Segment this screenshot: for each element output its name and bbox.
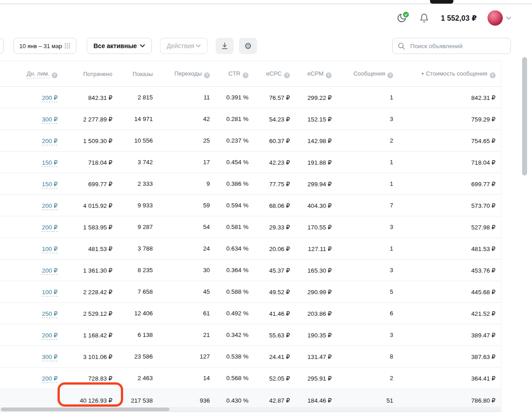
cell-messages: 1 <box>337 173 399 195</box>
cell-ctr: 0.386 % <box>215 173 254 195</box>
cell-impressions: 2 463 <box>118 368 158 389</box>
screen: 1 552,03 ₽ 10 янв – 31 мар Все активн <box>0 0 532 417</box>
avatar[interactable] <box>488 10 503 26</box>
bell-icon <box>419 13 429 23</box>
cell-impressions: 23 586 <box>118 346 158 368</box>
cell-spent: 1 509.30 ₽ <box>63 130 118 152</box>
table-row[interactable]: 200 ₽4 015.92 ₽9 933590.594 %68.06 ₽404.… <box>0 195 501 216</box>
table-row[interactable]: 200 ₽1 583.95 ₽9 287540.581 %29.33 ₽170.… <box>0 216 501 238</box>
cell-clicks: 17 <box>158 152 215 173</box>
cell-spent: 1 168.42 ₽ <box>63 324 118 346</box>
search-field[interactable] <box>392 38 511 54</box>
cell-spent: 2 529.12 ₽ <box>63 303 118 324</box>
table-row[interactable]: 150 ₽699.77 ₽2 33390.386 %77.75 ₽299.94 … <box>0 173 501 195</box>
cell-impressions: 2 815 <box>118 87 158 108</box>
table-row[interactable]: 200 ₽842.31 ₽2 815110.391 %76.57 ₽299.22… <box>0 87 501 108</box>
column-label: Дн. лим. <box>27 70 49 78</box>
horizontal-scrollbar-track[interactable] <box>0 407 501 412</box>
night-mode-status-button[interactable] <box>396 12 408 24</box>
table-row[interactable]: 200 ₽1 361.30 ₽8 235300.364 %45.37 ₽165.… <box>0 260 501 281</box>
daily-limit-link[interactable]: 200 ₽ <box>42 267 58 275</box>
column-header-ecpc[interactable]: eCPC? <box>254 61 295 87</box>
cell-spent: 2 277.89 ₽ <box>63 108 118 130</box>
cell-daily-limit: 200 ₽ <box>0 216 63 238</box>
table-row[interactable]: 200 ₽728.83 ₽2 463140.568 %52.05 ₽295.91… <box>0 368 501 389</box>
daily-limit-link[interactable]: 200 ₽ <box>42 224 58 232</box>
daily-limit-link[interactable]: 200 ₽ <box>42 138 58 145</box>
daily-limit-link[interactable]: 200 ₽ <box>42 94 58 102</box>
cell-daily-limit: 100 ₽ <box>0 238 63 260</box>
column-header-clicks[interactable]: Переходы? <box>158 61 215 87</box>
table-row[interactable]: 150 ₽718.04 ₽3 742170.454 %42.23 ₽191.88… <box>0 152 501 173</box>
balance-amount[interactable]: 1 552,03 ₽ <box>441 14 477 22</box>
info-icon[interactable]: ? <box>52 72 58 78</box>
info-icon[interactable]: ? <box>387 72 393 78</box>
profile-menu[interactable] <box>488 10 511 26</box>
clipped-chip-fragment <box>0 38 4 54</box>
cell-daily-limit: 200 ₽ <box>0 130 63 152</box>
cell-cost-per-message: 445.68 ₽ <box>399 281 501 303</box>
cell-ecpc: 55.63 ₽ <box>254 324 295 346</box>
status-filter-dropdown[interactable]: Все активные <box>87 38 152 54</box>
column-header-ctr[interactable]: CTR? <box>215 61 254 87</box>
cell-daily-limit: 300 ₽ <box>0 108 63 130</box>
notifications-button[interactable] <box>418 12 430 24</box>
daily-limit-link[interactable]: 250 ₽ <box>42 310 58 318</box>
actions-dropdown-disabled[interactable]: Действия <box>160 38 208 54</box>
cell-daily-limit: 200 ₽ <box>0 195 63 216</box>
table-row[interactable]: 200 ₽1 509.30 ₽10 556250.237 %60.37 ₽142… <box>0 130 501 152</box>
cell-impressions: 14 971 <box>118 108 158 130</box>
column-header-daily-limit[interactable]: Дн. лим.? <box>0 61 63 87</box>
daily-limit-link[interactable]: 200 ₽ <box>42 375 58 383</box>
cell-clicks: 21 <box>158 324 215 346</box>
cell-ecpc: 41.46 ₽ <box>254 303 295 324</box>
table-row[interactable]: 200 ₽1 168.42 ₽6 138210.342 %55.63 ₽190.… <box>0 324 501 346</box>
cell-spent: 1 361.30 ₽ <box>63 260 118 281</box>
table-settings-button[interactable]: ⚙ <box>239 38 257 54</box>
cell-clicks: 25 <box>158 130 215 152</box>
daily-limit-link[interactable]: 200 ₽ <box>42 332 58 340</box>
daily-limit-link[interactable]: 100 ₽ <box>42 289 58 296</box>
info-icon[interactable]: ? <box>490 72 496 78</box>
table-row[interactable]: 300 ₽2 277.89 ₽14 971420.281 %54.23 ₽152… <box>0 108 501 130</box>
table-row[interactable]: 300 ₽3 101.06 ₽23 5861270.538 %24.41 ₽13… <box>0 346 501 368</box>
horizontal-scrollbar-thumb[interactable] <box>1 408 169 411</box>
cell-cost-per-message: 387.63 ₽ <box>399 346 501 368</box>
cell-cost-per-message: 389.47 ₽ <box>399 324 501 346</box>
cell-messages: 3 <box>337 324 399 346</box>
table-row[interactable]: 100 ₽481.53 ₽3 788240.634 %20.06 ₽127.11… <box>0 238 501 260</box>
column-header-spent[interactable]: Потрачено <box>63 61 118 87</box>
cell-clicks: 9 <box>158 173 215 195</box>
daily-limit-link[interactable]: 300 ₽ <box>42 354 58 361</box>
column-header-impressions[interactable]: Показы <box>118 61 158 87</box>
column-header-cost-per-message[interactable]: ▾Стоимость сообщения? <box>399 61 501 87</box>
search-input[interactable] <box>409 42 505 50</box>
column-label: Показы <box>133 71 153 77</box>
cell-ctr: 0.492 % <box>215 303 254 324</box>
info-icon[interactable]: ? <box>326 72 332 78</box>
cell-ctr: 0.364 % <box>215 260 254 281</box>
info-icon[interactable]: ? <box>284 72 290 78</box>
daily-limit-link[interactable]: 100 ₽ <box>42 246 58 253</box>
column-header-messages[interactable]: Сообщения? <box>337 61 399 87</box>
cell-clicks: 14 <box>158 368 215 389</box>
check-icon <box>404 13 408 16</box>
daily-limit-link[interactable]: 150 ₽ <box>42 181 58 188</box>
cell-messages: 1 <box>337 238 399 260</box>
cell-ecpc: 76.57 ₽ <box>254 87 295 108</box>
column-header-ecpm[interactable]: eCPM? <box>295 61 337 87</box>
info-icon[interactable]: ? <box>243 72 248 78</box>
daily-limit-link[interactable]: 150 ₽ <box>42 159 58 167</box>
table-row[interactable]: 100 ₽2 228.42 ₽7 658450.588 %49.52 ₽290.… <box>0 281 501 303</box>
info-icon[interactable]: ? <box>204 72 210 78</box>
cell-ecpc: 42.23 ₽ <box>254 152 295 173</box>
cell-ecpc: 52.05 ₽ <box>254 368 295 389</box>
daily-limit-link[interactable]: 200 ₽ <box>42 202 58 210</box>
vertical-scrollbar-thumb[interactable] <box>522 57 527 175</box>
daily-limit-link[interactable]: 300 ₽ <box>42 116 58 124</box>
table-row[interactable]: 250 ₽2 529.12 ₽12 406610.492 %41.46 ₽203… <box>0 303 501 324</box>
export-download-button[interactable] <box>216 38 234 54</box>
cell-messages: 5 <box>337 281 399 303</box>
column-label: Сообщения <box>353 70 385 77</box>
date-range-picker[interactable]: 10 янв – 31 мар <box>13 38 76 54</box>
